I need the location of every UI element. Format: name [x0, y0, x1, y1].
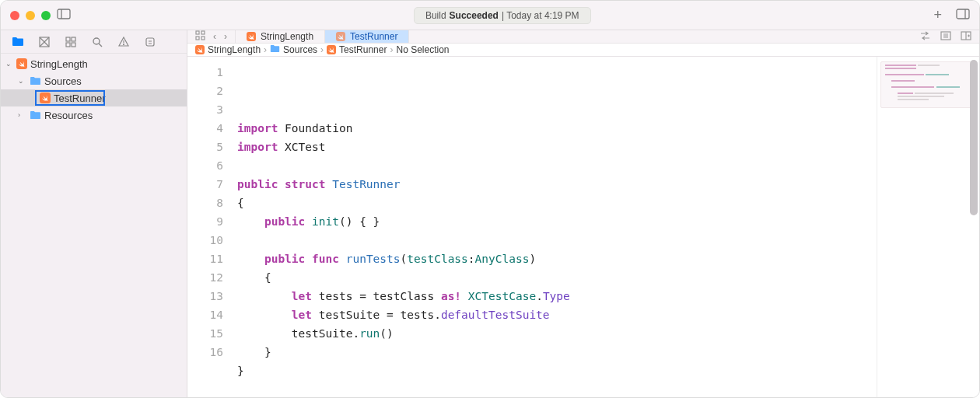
code-line[interactable]: let testSuite = tests.defaultTestSuite [237, 305, 877, 324]
crumb-project[interactable]: StringLength [195, 44, 261, 55]
tree-project-row[interactable]: ⌄ StringLength [1, 55, 187, 72]
status-result: Succeeded [450, 10, 499, 21]
crumb-sources[interactable]: Sources [270, 44, 317, 56]
folder-navigator-icon[interactable] [12, 36, 24, 48]
minimize-icon[interactable] [26, 11, 35, 20]
editor-options [912, 30, 979, 43]
swift-file-icon [195, 45, 205, 54]
crumb-label: No Selection [396, 44, 449, 55]
code-line[interactable] [237, 231, 877, 250]
editor-swap-icon[interactable] [919, 31, 931, 43]
svg-rect-21 [201, 37, 205, 40]
toggle-right-panel-icon[interactable] [956, 9, 970, 22]
tab-nav-controls: ‹ › [187, 30, 236, 43]
source-control-icon[interactable] [38, 36, 51, 48]
svg-rect-0 [58, 9, 70, 19]
swift-project-icon [16, 58, 27, 69]
code-line[interactable]: testSuite.run() [237, 324, 877, 343]
add-icon[interactable]: + [933, 7, 942, 23]
tree-resources-label: Resources [44, 110, 93, 121]
breadcrumb[interactable]: StringLength › Sources › TestRunner › No… [187, 44, 979, 57]
code-line[interactable]: public func runTests(testClass:AnyClass) [237, 250, 877, 268]
svg-rect-18 [196, 31, 199, 34]
code-line[interactable] [237, 380, 877, 398]
svg-rect-20 [196, 37, 199, 40]
tree-project-label: StringLength [30, 58, 88, 70]
crumb-file[interactable]: TestRunner [327, 44, 387, 55]
code-line[interactable]: } [237, 361, 877, 380]
chevron-icon: › [320, 44, 324, 55]
tab-file-active[interactable]: TestRunner [325, 30, 409, 43]
swift-file-icon [40, 93, 51, 103]
forward-icon[interactable]: › [224, 31, 227, 42]
status-time: | Today at 4:19 PM [502, 10, 579, 21]
svg-rect-19 [201, 31, 205, 34]
scrollbar-thumb[interactable] [970, 60, 978, 215]
tree-file-label: TestRunner [54, 93, 105, 104]
add-editor-icon[interactable] [961, 31, 971, 43]
svg-rect-8 [72, 37, 75, 41]
code-line[interactable]: } [237, 343, 877, 361]
navigator-selector [1, 30, 187, 54]
folder-icon [29, 109, 41, 121]
swift-file-icon [327, 45, 336, 54]
svg-point-14 [124, 44, 124, 44]
maximize-icon[interactable] [41, 11, 51, 20]
code-line[interactable]: public init() { } [237, 212, 877, 231]
chevron-icon: › [390, 44, 393, 55]
svg-point-11 [93, 38, 100, 44]
folder-icon [270, 44, 280, 56]
code-line[interactable] [237, 156, 877, 175]
swift-file-icon [247, 32, 256, 41]
editor-pane: ‹ › StringLength TestRunner StringLength [187, 30, 979, 397]
tree-resources-row[interactable]: › Resources [1, 106, 187, 124]
crumb-label: StringLength [208, 44, 261, 55]
svg-rect-7 [66, 37, 70, 41]
tab-bar: ‹ › StringLength TestRunner [187, 30, 979, 44]
related-items-icon[interactable] [195, 30, 205, 43]
find-navigator-icon[interactable] [91, 36, 103, 48]
tab-project[interactable]: StringLength [236, 30, 325, 43]
tree-sources-row[interactable]: ⌄ Sources [1, 72, 187, 89]
tree-file-row[interactable]: TestRunner [35, 90, 105, 106]
back-icon[interactable]: ‹ [213, 31, 216, 42]
issue-navigator-icon[interactable] [117, 36, 130, 48]
code-line[interactable]: let tests = testClass as! XCTestCase.Typ… [237, 287, 877, 305]
close-icon[interactable] [10, 11, 19, 20]
titlebar: Build Succeeded | Today at 4:19 PM + [1, 1, 979, 30]
code-area[interactable]: import Foundationimport XCTestpublic str… [231, 57, 877, 398]
crumb-label: Sources [283, 44, 317, 55]
svg-line-12 [99, 44, 102, 47]
code-line[interactable]: { [237, 194, 877, 212]
project-navigator: ⌄ StringLength ⌄ Sources TestRunner › Re… [1, 30, 187, 397]
crumb-label: TestRunner [339, 44, 387, 55]
disclosure-icon[interactable]: ⌄ [18, 77, 26, 85]
code-editor[interactable]: 12345678910111213141516 import Foundatio… [187, 57, 979, 398]
disclosure-icon[interactable]: ⌄ [5, 60, 13, 68]
code-line[interactable]: import XCTest [237, 138, 877, 156]
tab-project-label: StringLength [261, 31, 313, 42]
symbol-navigator-icon[interactable] [65, 36, 77, 48]
svg-rect-15 [146, 38, 154, 46]
svg-rect-9 [66, 43, 70, 47]
line-gutter: 12345678910111213141516 [187, 57, 231, 398]
swift-file-icon [336, 32, 345, 41]
file-tree: ⌄ StringLength ⌄ Sources TestRunner › Re… [1, 54, 187, 397]
test-navigator-icon[interactable] [144, 36, 156, 48]
code-line[interactable]: import Foundation [237, 119, 877, 138]
status-prefix: Build [425, 10, 446, 21]
folder-icon [29, 75, 41, 87]
code-line[interactable]: { [237, 268, 877, 287]
code-line[interactable]: public struct TestRunner [237, 175, 877, 194]
minimap[interactable] [877, 57, 979, 398]
svg-rect-10 [72, 43, 75, 47]
editor-layout-icon[interactable] [940, 31, 951, 43]
disclosure-icon[interactable]: › [18, 111, 26, 119]
workspace: ⌄ StringLength ⌄ Sources TestRunner › Re… [1, 30, 979, 397]
chevron-icon: › [264, 44, 267, 55]
toggle-sidebar-icon[interactable] [57, 9, 71, 22]
crumb-selection[interactable]: No Selection [396, 44, 449, 55]
build-status[interactable]: Build Succeeded | Today at 4:19 PM [414, 7, 591, 24]
window-controls [10, 11, 51, 20]
tree-file-row-container: TestRunner [1, 89, 187, 106]
